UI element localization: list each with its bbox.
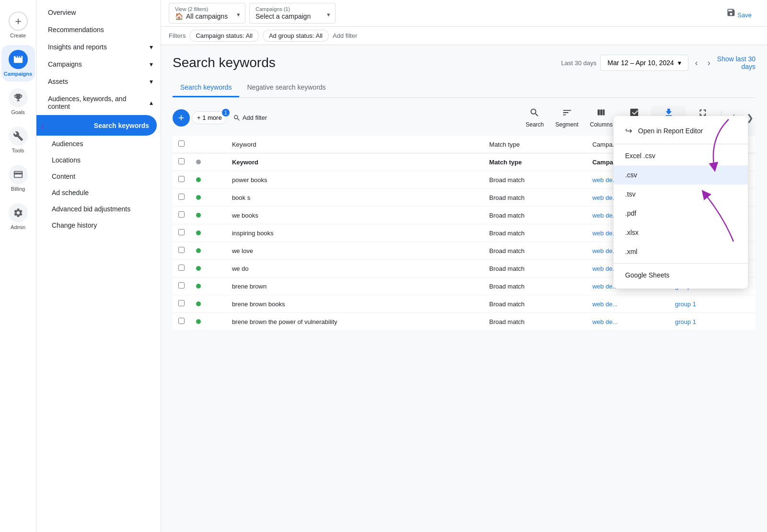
row-checkbox-cell[interactable] — [173, 278, 190, 295]
sidebar: Overview Recommendations Insights and re… — [36, 0, 161, 532]
sidebar-item-change-history[interactable]: Change history — [36, 217, 161, 233]
create-button[interactable]: ＋ Create — [1, 7, 35, 43]
sidebar-item-campaigns[interactable]: Campaigns ▾ — [36, 56, 161, 73]
view-select[interactable]: View (2 filters) 🏠 All campaigns — [169, 3, 245, 23]
row-checkbox-cell[interactable] — [173, 242, 190, 260]
view-label: View (2 filters) — [175, 6, 239, 12]
row-checkbox-cell[interactable] — [173, 224, 190, 242]
row-checkbox-cell[interactable] — [173, 313, 190, 331]
row-keyword-cell: Keyword — [226, 153, 484, 171]
xlsx-item[interactable]: .xlsx — [614, 223, 748, 242]
tsv-item[interactable]: .tsv — [614, 185, 748, 204]
sidebar-item-content[interactable]: Content — [36, 168, 161, 185]
segment-label: Segment — [556, 121, 579, 128]
sidebar-item-assets[interactable]: Assets ▾ — [36, 73, 161, 90]
sidebar-item-search-keywords[interactable]: ↓ Search keywords — [36, 115, 157, 136]
row-checkbox-cell[interactable] — [173, 189, 190, 207]
row-checkbox-cell[interactable] — [173, 295, 190, 313]
sidebar-item-locations[interactable]: Locations — [36, 152, 161, 168]
sidebar-locations-label: Locations — [52, 156, 81, 164]
page-title: Search keywords — [173, 55, 276, 71]
row-checkbox-cell[interactable] — [173, 171, 190, 189]
page-header: Search keywords Last 30 days Mar 12 – Ap… — [173, 55, 755, 71]
filter-bar: Filters Campaign status: All Ad group st… — [161, 27, 767, 45]
xml-item[interactable]: .xml — [614, 242, 748, 261]
sidebar-item-insights[interactable]: Insights and reports ▾ — [36, 38, 161, 56]
csv-item[interactable]: .csv — [614, 165, 748, 185]
table-row[interactable]: brene brown books Broad match web de... … — [173, 295, 755, 313]
icon-nav: ＋ Create Campaigns Goals Tools Billing A… — [0, 0, 36, 532]
columns-button[interactable]: Columns — [585, 105, 617, 130]
more-filters-button[interactable]: 1 + 1 more — [192, 111, 227, 124]
table-row[interactable]: brene brown the power of vulnerability B… — [173, 313, 755, 331]
search-label: Search — [525, 121, 544, 128]
google-sheets-item[interactable]: Google Sheets — [614, 266, 748, 285]
tab-negative-keywords[interactable]: Negative search keywords — [239, 79, 333, 97]
row-checkbox[interactable] — [178, 265, 185, 271]
sidebar-item-recommendations[interactable]: Recommendations — [36, 21, 157, 38]
campaign-status-filter[interactable]: Campaign status: All — [189, 30, 259, 42]
row-campaign-cell[interactable]: web de... — [587, 295, 669, 313]
row-checkbox-cell[interactable] — [173, 207, 190, 224]
segment-button[interactable]: Segment — [551, 105, 583, 130]
adgroup-status-filter[interactable]: Ad group status: All — [263, 30, 329, 42]
status-dot — [196, 160, 201, 164]
row-adgroup-cell[interactable]: group 1 — [669, 295, 755, 313]
nav-billing[interactable]: Billing — [1, 160, 35, 197]
save-button[interactable]: Save — [719, 5, 759, 22]
row-match-type-cell: Broad match — [484, 295, 587, 313]
nav-admin[interactable]: Admin — [1, 198, 35, 235]
tab-search-keywords[interactable]: Search keywords — [173, 79, 239, 97]
sidebar-item-audiences-section[interactable]: Audiences, keywords, and content ▴ — [36, 90, 161, 115]
row-status-cell — [190, 313, 226, 331]
row-adgroup-cell[interactable]: group 1 — [669, 313, 755, 331]
sidebar-item-advanced-bid[interactable]: Advanced bid adjustments — [36, 201, 161, 217]
open-report-editor-item[interactable]: ↪ Open in Report Editor — [614, 120, 748, 142]
date-prev-button[interactable]: ‹ — [692, 55, 701, 71]
sidebar-item-audiences-sub[interactable]: Audiences — [36, 136, 161, 152]
row-checkbox[interactable] — [178, 229, 185, 235]
row-keyword-cell: brene brown the power of vulnerability — [226, 313, 484, 331]
row-checkbox[interactable] — [178, 194, 185, 200]
search-tool-button[interactable]: Search — [521, 105, 548, 130]
chevron-down-icon: ▾ — [150, 78, 153, 85]
row-checkbox-cell[interactable] — [173, 260, 190, 278]
goals-label: Goals — [11, 109, 25, 115]
row-status-cell — [190, 224, 226, 242]
row-checkbox-cell[interactable] — [173, 153, 190, 171]
keyword-header[interactable]: Keyword — [226, 136, 484, 153]
xlsx-label: .xlsx — [625, 229, 639, 236]
row-checkbox[interactable] — [178, 247, 185, 253]
date-next-button[interactable]: › — [705, 55, 713, 71]
filters-label: Filters — [169, 32, 186, 39]
select-all-header[interactable] — [173, 136, 190, 153]
status-header — [190, 136, 226, 153]
row-checkbox[interactable] — [178, 176, 185, 182]
pdf-item[interactable]: .pdf — [614, 204, 748, 223]
row-campaign-cell[interactable]: web de... — [587, 313, 669, 331]
row-checkbox[interactable] — [178, 158, 185, 164]
add-filter-button[interactable]: Add filter — [229, 111, 271, 125]
excel-csv-item[interactable]: Excel .csv — [614, 146, 748, 165]
pdf-label: .pdf — [625, 209, 636, 217]
campaign-select[interactable]: Campaigns (1) Select a campaign — [249, 3, 336, 23]
row-checkbox[interactable] — [178, 282, 185, 289]
row-checkbox[interactable] — [178, 211, 185, 218]
main-content: View (2 filters) 🏠 All campaigns Campaig… — [161, 0, 767, 532]
show-days-link[interactable]: Show last 30days — [717, 55, 755, 70]
row-checkbox[interactable] — [178, 300, 185, 306]
row-keyword-cell: we love — [226, 242, 484, 260]
add-filter-link[interactable]: Add filter — [333, 32, 357, 39]
add-button[interactable]: + — [173, 109, 190, 127]
nav-tools[interactable]: Tools — [1, 122, 35, 158]
nav-campaigns[interactable]: Campaigns — [1, 45, 35, 81]
nav-goals[interactable]: Goals — [1, 83, 35, 120]
sidebar-item-ad-schedule[interactable]: Ad schedule — [36, 185, 161, 201]
row-checkbox[interactable] — [178, 318, 185, 324]
date-picker[interactable]: Mar 12 – Apr 10, 2024 ▾ — [600, 55, 688, 71]
sidebar-item-overview[interactable]: Overview — [36, 4, 157, 21]
google-sheets-label: Google Sheets — [625, 271, 670, 279]
campaign-label: Campaigns (1) — [256, 6, 329, 12]
match-type-header[interactable]: Match type — [484, 136, 587, 153]
select-all-checkbox[interactable] — [178, 140, 185, 147]
